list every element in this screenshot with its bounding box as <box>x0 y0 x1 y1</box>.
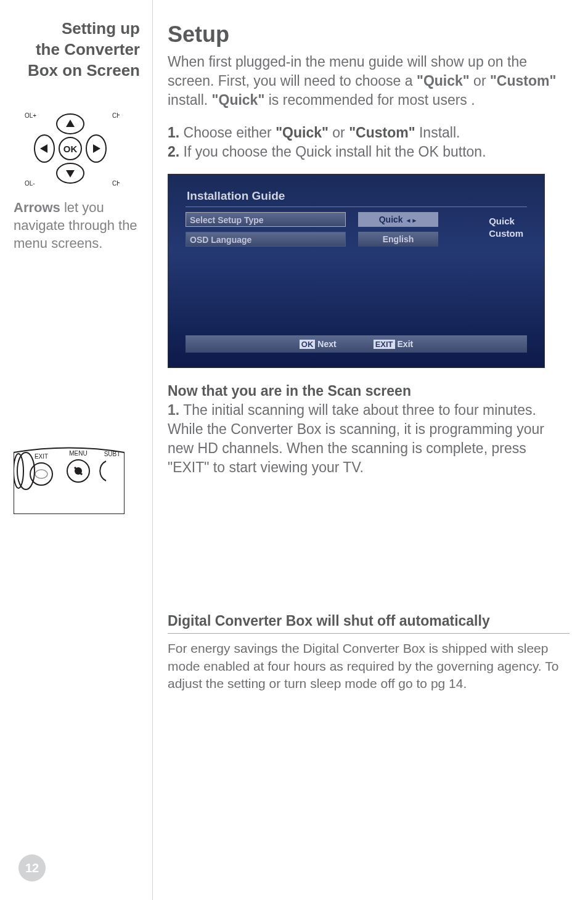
svg-marker-7 <box>93 144 100 153</box>
svg-text:EXIT: EXIT <box>35 453 48 460</box>
arrows-label: Arrows <box>14 200 60 215</box>
sidebar-title-line3: Box on Screen <box>28 61 140 80</box>
svg-text:MENU: MENU <box>69 450 87 457</box>
svg-marker-3 <box>66 170 75 178</box>
osd-title: Installation Guide <box>186 189 527 207</box>
step-2: 2. If you choose the Quick install hit t… <box>168 142 570 162</box>
svg-marker-5 <box>40 144 47 153</box>
osd-setup-type-label: Select Setup Type <box>186 212 346 227</box>
osd-setup-type-value: Quick ◄► <box>358 212 438 227</box>
page-number: 12 <box>18 854 46 882</box>
page-root: Setting up the Converter Box on Screen O… <box>0 0 588 900</box>
svg-text:CH: CH <box>112 180 120 187</box>
arrows-description: Arrows let you navigate through the menu… <box>14 199 140 252</box>
sidebar-title-line2: the Converter <box>36 40 140 59</box>
scan-body: 1. The initial scanning will take about … <box>168 401 570 477</box>
scan-heading: Now that you are in the Scan screen <box>168 383 570 399</box>
osd-panel: Installation Guide Select Setup Type Qui… <box>186 189 527 353</box>
osd-exit-hint: EXITExit <box>374 339 414 349</box>
step-1: 1. Choose either "Quick" or "Custom" Ins… <box>168 123 570 142</box>
shutoff-body: For energy savings the Digital Converter… <box>168 640 570 692</box>
install-steps: 1. Choose either "Quick" or "Custom" Ins… <box>168 123 570 162</box>
osd-footer: OKNext EXITExit <box>186 335 527 353</box>
osd-language-value: English <box>358 232 438 247</box>
intro-paragraph: When first plugged-in the menu guide wil… <box>168 52 570 110</box>
dpad-ok-label: OK <box>63 144 78 154</box>
svg-text:SUBT: SUBT <box>104 451 121 457</box>
sidebar-heading: Setting up the Converter Box on Screen <box>14 18 140 81</box>
sidebar: Setting up the Converter Box on Screen O… <box>0 0 153 900</box>
page-title: Setup <box>168 22 570 47</box>
svg-text:OL-: OL- <box>25 180 35 187</box>
osd-side-options: Quick Custom <box>489 215 523 239</box>
osd-row-setup-type: Select Setup Type Quick ◄► <box>186 212 527 227</box>
remote-exit-menu-icon: EXIT MENU SUBT <box>14 446 125 514</box>
osd-ok-hint: OKNext <box>300 339 337 349</box>
shutoff-heading: Digital Converter Box will shut off auto… <box>168 613 570 634</box>
svg-text:OL+: OL+ <box>25 112 36 119</box>
dpad-icon: OK OL+ OL- CH CH <box>21 105 120 192</box>
osd-language-label: OSD Language <box>186 232 346 247</box>
osd-screenshot: Installation Guide Select Setup Type Qui… <box>168 174 545 368</box>
main-content: Setup When first plugged-in the menu gui… <box>153 0 588 900</box>
svg-marker-1 <box>66 120 75 127</box>
sidebar-title-line1: Setting up <box>62 19 140 38</box>
osd-row-language: OSD Language English <box>186 232 527 247</box>
svg-text:CH: CH <box>112 112 120 119</box>
arrows-indicator-icon: ◄► <box>406 217 418 224</box>
